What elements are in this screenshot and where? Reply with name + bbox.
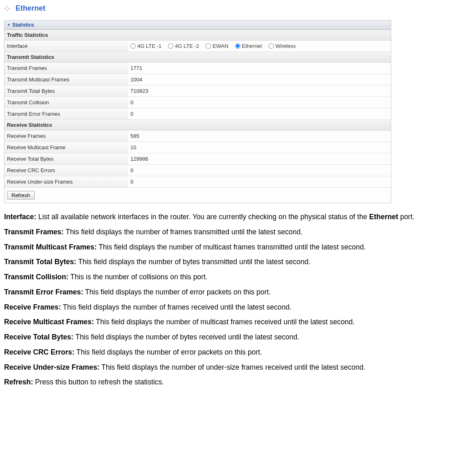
desc-transmit-frames: Transmit Frames: This field displays the… <box>4 227 451 237</box>
svg-marker-2 <box>5 7 9 11</box>
row-label: Transmit Frames <box>4 63 128 74</box>
interface-row: Interface 4G LTE -1 4G LTE -2 EWAN Ether… <box>4 40 391 52</box>
desc-receive-multicast-frames: Receive Multicast Frames: This field dis… <box>4 317 451 327</box>
interface-radio-group: 4G LTE -1 4G LTE -2 EWAN Ethernet Wirele… <box>130 43 388 49</box>
statistics-panel: ▼ Statistics Traffic Statistics Interfac… <box>4 20 391 203</box>
row-label: Receive Multicast Frame <box>4 142 128 153</box>
desc-receive-total-bytes: Receive Total Bytes: This field displays… <box>4 332 451 342</box>
row-label: Receive CRC Errors <box>4 165 128 176</box>
radio-ethernet[interactable]: Ethernet <box>235 43 262 49</box>
table-row: Transmit Frames 1771 <box>4 63 391 74</box>
desc-refresh: Refresh: Press this button to refresh th… <box>4 377 451 387</box>
panel-title-bar: ▼ Statistics <box>4 20 391 30</box>
row-value: 10 <box>128 142 391 153</box>
desc-receive-frames: Receive Frames: This field displays the … <box>4 303 451 312</box>
interface-label: Interface <box>4 40 128 52</box>
table-row: Receive CRC Errors 0 <box>4 165 391 176</box>
row-label: Transmit Total Bytes <box>4 85 128 97</box>
row-value: 1771 <box>128 63 391 74</box>
row-label: Transmit Collision <box>4 97 128 108</box>
table-row: Receive Under-size Frames 0 <box>4 176 391 188</box>
refresh-button[interactable]: Refresh <box>7 191 35 200</box>
table-row: Receive Multicast Frame 10 <box>4 142 391 153</box>
section-traffic-statistics: Traffic Statistics <box>4 30 391 40</box>
table-row: Transmit Error Frames 0 <box>4 108 391 120</box>
radio-4g-lte-1[interactable]: 4G LTE -1 <box>130 43 161 49</box>
row-value: 129986 <box>128 153 391 164</box>
panel-title-text: Statistics <box>12 22 34 28</box>
desc-transmit-total-bytes: Transmit Total Bytes: This field display… <box>4 257 451 267</box>
row-value: 0 <box>128 176 391 187</box>
table-row: Receive Total Bytes 129986 <box>4 153 391 165</box>
desc-interface: Interface: List all available network in… <box>4 212 451 222</box>
heading-text: Ethernet <box>16 4 45 13</box>
row-label: Receive Under-size Frames <box>4 176 128 187</box>
table-row: Transmit Collision 0 <box>4 97 391 108</box>
collapse-triangle-icon[interactable]: ▼ <box>7 23 11 27</box>
descriptions: Interface: List all available network in… <box>4 212 451 387</box>
row-value: 710823 <box>128 85 391 97</box>
row-label: Transmit Error Frames <box>4 108 128 119</box>
page-heading: Ethernet <box>4 4 451 13</box>
radio-ewan[interactable]: EWAN <box>206 43 229 49</box>
section-transmit-statistics: Transmit Statistics <box>4 52 391 63</box>
row-value: 0 <box>128 108 391 119</box>
radio-4g-lte-2[interactable]: 4G LTE -2 <box>168 43 199 49</box>
table-row: Transmit Total Bytes 710823 <box>4 85 391 97</box>
table-row: Transmit Multicast Frames 1004 <box>4 74 391 85</box>
desc-transmit-collision: Transmit Collision: This is the number o… <box>4 272 451 282</box>
desc-transmit-error-frames: Transmit Error Frames: This field displa… <box>4 287 451 297</box>
row-label: Receive Total Bytes <box>4 153 128 164</box>
row-label: Transmit Multicast Frames <box>4 74 128 85</box>
diamond-bullet-icon <box>4 6 10 11</box>
desc-receive-undersize-frames: Receive Under-size Frames: This field di… <box>4 363 451 372</box>
radio-wireless[interactable]: Wireless <box>269 43 296 49</box>
row-value: 1004 <box>128 74 391 85</box>
desc-receive-crc-errors: Receive CRC Errors: This field displays … <box>4 348 451 357</box>
row-label: Receive Frames <box>4 130 128 141</box>
refresh-row: Refresh <box>4 188 391 203</box>
section-receive-statistics: Receive Statistics <box>4 120 391 130</box>
row-value: 0 <box>128 165 391 176</box>
row-value: 0 <box>128 97 391 108</box>
table-row: Receive Frames 585 <box>4 130 391 142</box>
row-value: 585 <box>128 130 391 141</box>
desc-transmit-multicast-frames: Transmit Multicast Frames: This field di… <box>4 242 451 252</box>
